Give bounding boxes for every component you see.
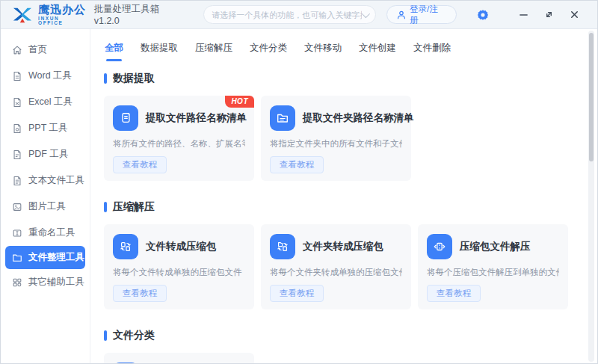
sidebar-item-other-helper-tools[interactable]: 其它辅助工具 [1, 269, 90, 295]
sidebar-item-label: 文件整理工具 [28, 251, 84, 264]
card-description: 将每个文件夹转成单独的压缩包文件 [270, 267, 402, 278]
section-accent-bar [104, 330, 107, 341]
sidebar-item-label: PPT 工具 [28, 122, 68, 135]
card-extract-file-path-list[interactable]: HOT 提取文件路径名称清单 将所有文件的路径、名称、扩展名等基本... 查看教… [104, 96, 254, 181]
home-icon [12, 45, 22, 55]
card-title: 提取文件夹路径名称清单 [303, 111, 414, 125]
category-icon [113, 363, 138, 363]
sidebar-item-pdf-tools[interactable]: PDF 工具 [1, 141, 90, 167]
sidebar-item-label: 重命名工具 [28, 226, 75, 239]
tab-data-extract[interactable]: 数据提取 [141, 42, 178, 61]
tab-file-move[interactable]: 文件移动 [304, 42, 342, 61]
section-accent-bar [104, 73, 107, 84]
sidebar-item-label: Word 工具 [28, 70, 72, 82]
view-tutorial-button[interactable]: 查看教程 [270, 285, 324, 302]
card-description: 将每个压缩包文件解压到单独的文件夹中 [427, 267, 559, 278]
sidebar-item-ppt-tools[interactable]: PPT 工具 [1, 115, 90, 141]
brand-name: 鹰迅办公 [38, 4, 87, 15]
file-to-zip-icon [113, 234, 138, 259]
sidebar-item-label: Excel 工具 [28, 96, 73, 108]
sidebar-item-label: 首页 [28, 43, 47, 56]
brand-subtitle: INXUN OFFICE [38, 16, 87, 26]
card-unzip-files[interactable]: 压缩包文件解压 将每个压缩包文件解压到单独的文件夹中 查看教程 [418, 224, 568, 309]
word-file-icon [12, 71, 22, 81]
sidebar-item-file-organize-tools[interactable]: 文件整理工具 [5, 246, 85, 269]
image-icon [12, 202, 22, 212]
card-description: 将每个文件转成单独的压缩包文件 [113, 267, 245, 278]
app-title: 批量处理工具箱 v1.2.0 [94, 3, 187, 26]
tab-file-classify[interactable]: 文件分类 [250, 42, 287, 61]
view-tutorial-button[interactable]: 查看教程 [113, 285, 167, 302]
user-icon [397, 10, 406, 19]
section-title-text: 文件分类 [113, 329, 155, 342]
rename-icon [12, 228, 22, 238]
card-folder-to-zip[interactable]: 文件夹转成压缩包 将每个文件夹转成单独的压缩包文件 查看教程 [261, 224, 411, 309]
sidebar-item-image-tools[interactable]: 图片工具 [1, 194, 90, 220]
view-tutorial-button[interactable]: 查看教程 [427, 285, 481, 302]
app-logo-icon [11, 5, 34, 25]
section-title-text: 压缩解压 [113, 200, 155, 214]
section-title-file-classify: 文件分类 [104, 329, 597, 342]
sidebar-item-label: 图片工具 [28, 200, 66, 213]
card-title: 文件夹转成压缩包 [303, 240, 383, 253]
scrollbar-thumb[interactable] [589, 33, 594, 161]
card-description: 将指定文件夹中的所有文件和子文件夹的... [270, 138, 402, 149]
function-search-box[interactable] [203, 5, 376, 24]
login-register-button[interactable]: 登录/注册 [386, 5, 457, 24]
card-title: 提取文件路径名称清单 [146, 111, 247, 125]
close-button[interactable] [561, 5, 587, 25]
card-description: 将所有文件的路径、名称、扩展名等基本... [113, 138, 245, 149]
card-title: 压缩包文件解压 [460, 240, 531, 253]
folder-list-icon [270, 105, 295, 131]
main-content: 全部 数据提取 压缩解压 文件分类 文件移动 文件创建 文件删除 数据提取 HO… [90, 29, 597, 363]
card-classify-by-extension[interactable]: 按扩展名分类 [104, 353, 254, 363]
section-title-text: 数据提取 [113, 72, 155, 85]
scrollbar-track[interactable] [588, 31, 594, 362]
sidebar-item-label: PDF 工具 [28, 148, 68, 161]
sidebar-item-rename-tools[interactable]: 重命名工具 [1, 220, 90, 246]
settings-gear-icon[interactable] [470, 5, 496, 25]
card-extract-folder-path-list[interactable]: 提取文件夹路径名称清单 将指定文件夹中的所有文件和子文件夹的... 查看教程 [261, 96, 411, 181]
sidebar-item-label: 文本文件工具 [28, 174, 84, 187]
apps-grid-icon [12, 277, 22, 288]
tab-compress[interactable]: 压缩解压 [195, 42, 232, 61]
view-tutorial-button[interactable]: 查看教程 [113, 156, 167, 173]
pdf-file-icon [12, 149, 22, 160]
search-input[interactable] [212, 10, 362, 19]
tab-file-create[interactable]: 文件创建 [359, 42, 396, 61]
sidebar-item-excel-tools[interactable]: Excel 工具 [1, 89, 90, 115]
section-accent-bar [104, 202, 107, 212]
file-list-icon [113, 105, 138, 131]
tab-all[interactable]: 全部 [105, 42, 123, 61]
unzip-icon [427, 234, 452, 259]
sidebar-item-word-tools[interactable]: Word 工具 [1, 63, 90, 89]
sidebar: 首页 Word 工具 Excel 工具 PPT 工具 PDF 工具 文本文件工具 [1, 29, 90, 363]
ppt-file-icon [12, 123, 22, 134]
section-title-compress: 压缩解压 [104, 200, 597, 214]
tab-file-delete[interactable]: 文件删除 [413, 42, 451, 61]
sidebar-item-text-file-tools[interactable]: 文本文件工具 [1, 167, 90, 194]
card-file-to-zip[interactable]: 文件转成压缩包 将每个文件转成单独的压缩包文件 查看教程 [104, 224, 254, 309]
view-tutorial-button[interactable]: 查看教程 [270, 156, 324, 173]
titlebar: 鹰迅办公 INXUN OFFICE 批量处理工具箱 v1.2.0 登录/注册 [1, 1, 597, 29]
maximize-button[interactable] [536, 5, 561, 25]
brand-block: 鹰迅办公 INXUN OFFICE [38, 4, 87, 26]
section-title-data-extract: 数据提取 [104, 72, 597, 85]
sidebar-item-home[interactable]: 首页 [1, 37, 90, 63]
chevron-down-icon[interactable] [362, 9, 370, 17]
folder-to-zip-icon [270, 234, 295, 259]
excel-file-icon [12, 97, 22, 108]
sidebar-item-label: 其它辅助工具 [28, 276, 84, 289]
category-tabs: 全部 数据提取 压缩解压 文件分类 文件移动 文件创建 文件删除 [90, 29, 597, 61]
login-label: 登录/注册 [410, 4, 446, 26]
card-title: 文件转成压缩包 [146, 240, 217, 253]
app-window: 鹰迅办公 INXUN OFFICE 批量处理工具箱 v1.2.0 登录/注册 [0, 0, 598, 364]
folder-icon [12, 253, 22, 263]
text-file-icon [12, 176, 22, 186]
minimize-button[interactable] [511, 5, 536, 25]
hot-badge: HOT [225, 96, 254, 108]
